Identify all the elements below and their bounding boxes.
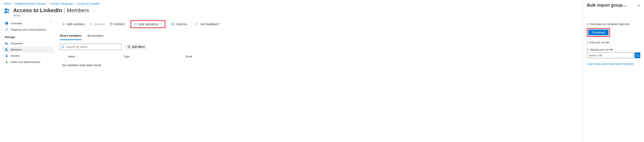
bulk-operations-button[interactable]: Bulk operations ⌵ bbox=[132, 21, 164, 27]
sidebar-section-manage: Manage bbox=[2, 33, 54, 40]
download-button[interactable]: Download bbox=[588, 30, 608, 35]
svg-point-1 bbox=[7, 9, 9, 11]
info-icon bbox=[5, 22, 8, 25]
sidebar-item-members[interactable]: Members bbox=[2, 46, 54, 53]
add-members-button[interactable]: Add members bbox=[60, 21, 87, 27]
bulk-import-panel: Bulk import group… 1. Download csv templ… bbox=[583, 0, 644, 142]
page-subtitle: Members bbox=[67, 7, 89, 14]
button-label: Refresh bbox=[114, 23, 124, 26]
toolbar-separator bbox=[167, 22, 167, 26]
filter-icon bbox=[128, 45, 130, 48]
file-select-input[interactable]: Select a file bbox=[587, 52, 633, 58]
breadcrumb-directory[interactable]: Default Directory | Groups bbox=[15, 2, 46, 5]
search-row: Add filters bbox=[60, 44, 639, 50]
svg-point-8 bbox=[5, 48, 6, 50]
folder-icon bbox=[636, 54, 639, 57]
svg-rect-12 bbox=[172, 23, 174, 25]
breadcrumb-groups[interactable]: Groups | All groups bbox=[50, 2, 73, 5]
properties-icon bbox=[5, 42, 8, 45]
svg-rect-5 bbox=[5, 42, 6, 45]
col-email-header[interactable]: Email bbox=[186, 55, 639, 58]
svg-point-10 bbox=[6, 55, 7, 56]
main-content: Add members Remove Refresh Bulk operatio… bbox=[54, 20, 644, 71]
toolbar-separator bbox=[191, 22, 192, 26]
sidebar: « Overview Diagnose and solve problems M… bbox=[0, 20, 54, 71]
collapse-sidebar-button[interactable]: « bbox=[50, 20, 52, 23]
tab-all-members[interactable]: All members bbox=[88, 34, 104, 40]
browse-file-button[interactable] bbox=[634, 52, 640, 58]
chevron-down-icon: ⌵ bbox=[160, 23, 162, 25]
sidebar-item-label: Diagnose and solve problems bbox=[11, 28, 46, 31]
page-header: Access to LinkedIn | Members ··· Group bbox=[0, 7, 644, 20]
plus-icon bbox=[62, 23, 65, 26]
chevron-right-icon: › bbox=[12, 2, 14, 5]
owners-icon bbox=[5, 54, 8, 57]
remove-button: Remove bbox=[87, 21, 108, 27]
title-separator: | bbox=[64, 7, 65, 14]
columns-button[interactable]: Columns bbox=[169, 21, 190, 27]
refresh-button[interactable]: Refresh bbox=[108, 21, 127, 27]
chevron-right-icon: › bbox=[48, 2, 48, 5]
button-label: Add filters bbox=[132, 45, 145, 49]
highlight-box: Bulk operations ⌵ bbox=[130, 20, 165, 28]
tabs: Direct members All members bbox=[60, 34, 639, 40]
panel-step-2: 2. Edit your csv file bbox=[587, 41, 640, 44]
search-input[interactable] bbox=[66, 45, 120, 49]
svg-point-9 bbox=[7, 49, 8, 50]
columns-icon bbox=[171, 23, 174, 26]
sidebar-item-label: Members bbox=[11, 48, 22, 51]
feedback-button[interactable]: Got feedback? bbox=[193, 21, 222, 27]
svg-point-4 bbox=[6, 22, 7, 23]
button-label: Got feedback? bbox=[200, 23, 219, 26]
col-type-header[interactable]: Type bbox=[124, 55, 186, 58]
breadcrumb-home[interactable]: Home bbox=[4, 2, 11, 5]
panel-title: Bulk import group… bbox=[587, 3, 627, 8]
learn-more-link[interactable]: Learn more about bulk import members bbox=[587, 62, 634, 65]
sidebar-item-diagnose[interactable]: Diagnose and solve problems bbox=[2, 26, 54, 33]
sidebar-item-overview[interactable]: Overview bbox=[2, 20, 54, 26]
breadcrumb: Home › Default Directory | Groups › Grou… bbox=[0, 0, 644, 7]
refresh-icon bbox=[110, 23, 113, 26]
svg-rect-7 bbox=[8, 43, 8, 45]
button-label: Columns bbox=[176, 23, 187, 26]
group-icon bbox=[4, 7, 10, 14]
breadcrumb-current[interactable]: Access to LinkedIn bbox=[77, 2, 100, 5]
panel-step-3: 3. Upload your csv file bbox=[587, 48, 640, 51]
table-empty-message: No members have been found bbox=[60, 60, 639, 71]
file-icon bbox=[134, 23, 137, 26]
button-label: Bulk operations bbox=[138, 23, 158, 26]
svg-point-15 bbox=[196, 23, 197, 24]
tab-direct-members[interactable]: Direct members bbox=[60, 34, 82, 40]
page-subtext: Group bbox=[13, 14, 96, 17]
svg-line-17 bbox=[64, 48, 64, 48]
col-name-header[interactable]: Name ↑ bbox=[68, 55, 124, 58]
svg-rect-6 bbox=[6, 43, 7, 45]
toolbar: Add members Remove Refresh Bulk operatio… bbox=[60, 20, 639, 30]
sidebar-item-label: Roles and administrators bbox=[11, 60, 40, 64]
sidebar-item-label: Owners bbox=[11, 54, 20, 57]
col-label: Name bbox=[68, 55, 75, 58]
close-panel-button[interactable] bbox=[638, 4, 640, 7]
panel-step-1: 1. Download csv template (optional) bbox=[587, 23, 640, 26]
sidebar-item-label: Overview bbox=[11, 22, 22, 25]
sidebar-item-owners[interactable]: Owners bbox=[2, 53, 54, 59]
sort-asc-icon: ↑ bbox=[77, 55, 78, 58]
highlight-box: Download bbox=[587, 28, 610, 37]
add-filters-button[interactable]: Add filters bbox=[124, 44, 148, 50]
search-icon bbox=[62, 45, 64, 48]
button-label: Add members bbox=[67, 23, 85, 26]
svg-rect-3 bbox=[6, 23, 7, 24]
sidebar-item-label: Properties bbox=[11, 42, 23, 45]
members-icon bbox=[5, 48, 8, 51]
chevron-right-icon: › bbox=[74, 2, 76, 5]
more-actions-button[interactable]: ··· bbox=[92, 9, 96, 13]
x-icon bbox=[90, 23, 92, 26]
sidebar-item-roles[interactable]: Roles and administrators bbox=[2, 59, 54, 65]
wrench-icon bbox=[5, 28, 8, 31]
feedback-icon bbox=[196, 23, 199, 26]
svg-point-11 bbox=[6, 61, 7, 62]
sidebar-item-properties[interactable]: Properties bbox=[2, 40, 54, 46]
table-header: Name ↑ Type Email bbox=[60, 53, 639, 60]
search-box[interactable] bbox=[60, 44, 122, 50]
svg-point-0 bbox=[5, 8, 7, 11]
